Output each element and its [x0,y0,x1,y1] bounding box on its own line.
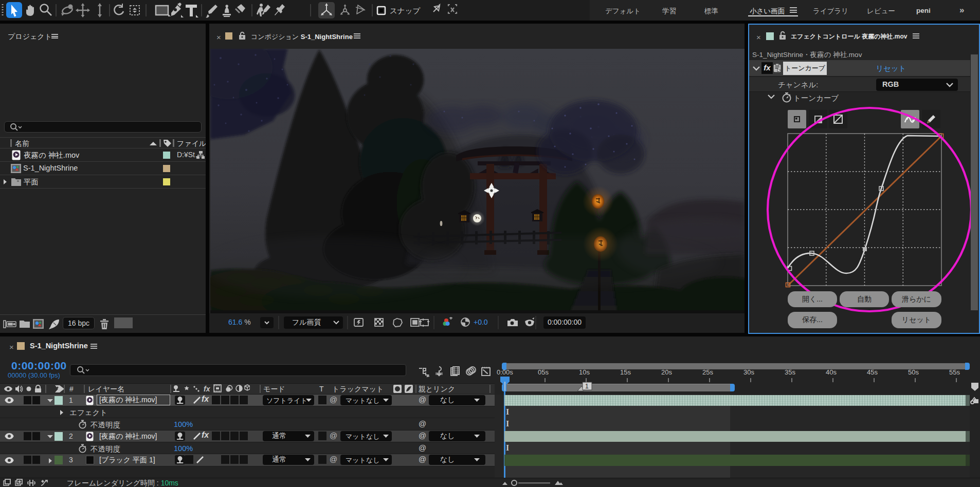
svg-text:fx: fx [204,385,211,393]
svg-text:1: 1 [585,383,589,390]
